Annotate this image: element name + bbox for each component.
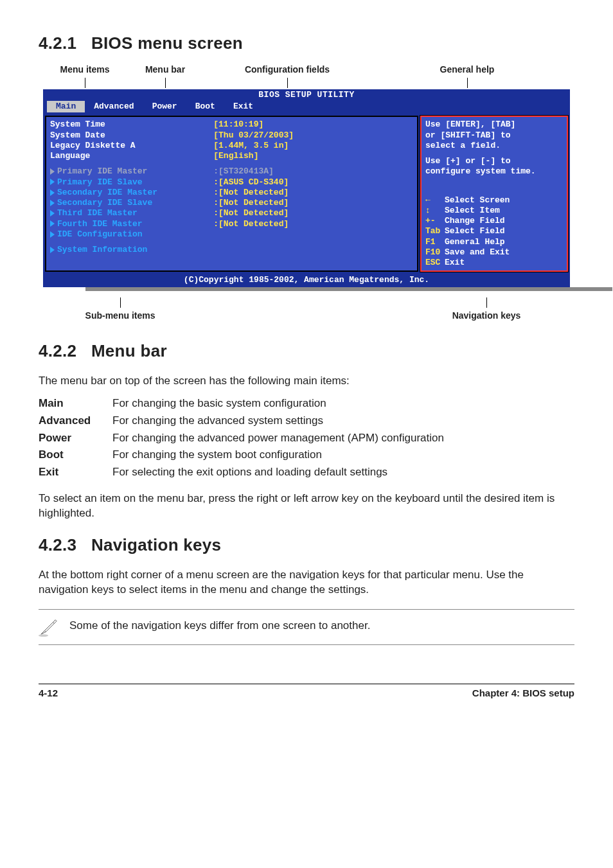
desc-boot: For changing the system boot configurati…	[112, 448, 574, 463]
term-advanced: Advanced	[39, 414, 112, 429]
val-sub1: :[ST320413A]	[213, 166, 413, 177]
help-line4: Use [+] or [-] to	[425, 156, 563, 166]
term-power: Power	[39, 431, 112, 446]
note-row: Some of the navigation keys differ from …	[39, 609, 574, 645]
arrow-updown-icon: ↕	[425, 206, 445, 216]
sub-primary-master[interactable]: Primary IDE Master	[50, 166, 213, 177]
menu-list: MainFor changing the basic system config…	[39, 396, 574, 481]
term-main: Main	[39, 396, 112, 411]
help-line2: or [SHIFT-TAB] to	[425, 130, 563, 141]
key-select-field: Select Field	[445, 226, 505, 236]
tab-exit[interactable]: Exit	[224, 101, 262, 112]
menubar-outro: To select an item on the menu bar, press…	[39, 492, 574, 521]
f1-key-label: F1	[425, 237, 445, 247]
sub-secondary-slave[interactable]: Secondary IDE Slave	[50, 198, 213, 208]
desc-exit: For selecting the exit options and loadi…	[112, 465, 574, 480]
bios-title: BIOS SETUP UTILITY	[43, 89, 570, 101]
val-sub3: :[Not Detected]	[213, 188, 413, 198]
tab-boot[interactable]: Boot	[186, 101, 224, 112]
help-line5: configure system time.	[425, 166, 563, 177]
bios-left-panel: System Time System Date Legacy Diskette …	[45, 116, 418, 272]
desc-power: For changing the advanced power manageme…	[112, 431, 574, 446]
svg-line-2	[53, 623, 55, 624]
footer-chapter: Chapter 4: BIOS setup	[472, 687, 574, 700]
tab-power[interactable]: Power	[143, 101, 186, 112]
section-4-2-3-heading: 4.2.3 Navigation keys	[39, 534, 574, 556]
annot-navkeys: Navigation keys	[452, 310, 521, 321]
section-title: Menu bar	[91, 341, 167, 360]
pencil-icon	[39, 616, 58, 638]
svg-point-3	[39, 634, 48, 637]
val-language[interactable]: [English]	[213, 151, 413, 161]
sub-secondary-master[interactable]: Secondary IDE Master	[50, 188, 213, 198]
section-4-2-1-heading: 4.2.1 BIOS menu screen	[39, 32, 574, 55]
help-line3: select a field.	[425, 141, 563, 151]
page-footer: 4-12 Chapter 4: BIOS setup	[39, 684, 574, 700]
key-change-field: Change Field	[445, 216, 505, 226]
val-sub4: :[Not Detected]	[213, 198, 413, 208]
section-num: 4.2.2	[39, 341, 76, 360]
desc-main: For changing the basic system configurat…	[112, 396, 574, 411]
bios-footer: (C)Copyright 1985-2002, American Megatre…	[43, 274, 570, 287]
arrow-left-icon: ←	[425, 195, 445, 206]
navkeys-para: At the bottom right corner of a menu scr…	[39, 568, 574, 598]
tab-advanced[interactable]: Advanced	[85, 101, 143, 112]
annot-submenu: Sub-menu items	[85, 310, 155, 321]
key-general-help: General Help	[445, 237, 505, 247]
annot-menu-bar: Menu bar	[145, 64, 185, 75]
val-sub2: :[ASUS CD-S340]	[213, 177, 413, 188]
section-num: 4.2.3	[39, 535, 76, 554]
val-system-date[interactable]: [Thu 03/27/2003]	[213, 130, 413, 141]
desc-advanced: For changing the advanced system setting…	[112, 414, 574, 429]
key-select-screen: Select Screen	[445, 195, 510, 205]
sub-system-info[interactable]: System Information	[50, 245, 213, 255]
help-line1: Use [ENTER], [TAB]	[425, 120, 563, 130]
annotation-top-row: Menu items Menu bar Configuration fields…	[43, 64, 570, 88]
tab-key-label: Tab	[425, 226, 445, 236]
tab-main[interactable]: Main	[47, 101, 85, 112]
key-save-exit: Save and Exit	[445, 247, 510, 257]
footer-page-num: 4-12	[39, 687, 58, 700]
sub-ide-config[interactable]: IDE Configuration	[50, 229, 213, 240]
label-system-date: System Date	[50, 130, 213, 141]
svg-line-1	[44, 631, 46, 632]
note-text: Some of the navigation keys differ from …	[69, 616, 574, 633]
label-legacy: Legacy Diskette A	[50, 141, 213, 151]
section-num: 4.2.1	[39, 33, 76, 53]
bios-help-panel: Use [ENTER], [TAB] or [SHIFT-TAB] to sel…	[420, 116, 568, 272]
sub-primary-slave[interactable]: Primary IDE Slave	[50, 177, 213, 188]
section-title: BIOS menu screen	[91, 33, 243, 53]
bios-tabs: Main Advanced Power Boot Exit	[43, 101, 570, 114]
annotation-bottom-row: Sub-menu items Navigation keys	[43, 297, 570, 322]
val-legacy[interactable]: [1.44M, 3.5 in]	[213, 141, 413, 151]
sub-third-master[interactable]: Third IDE Master	[50, 208, 213, 218]
bios-window: BIOS SETUP UTILITY Main Advanced Power B…	[43, 89, 570, 287]
esc-key-label: ESC	[425, 258, 445, 268]
annot-config-fields: Configuration fields	[245, 64, 330, 75]
term-boot: Boot	[39, 448, 112, 463]
section-title: Navigation keys	[91, 535, 221, 554]
label-language: Language	[50, 151, 213, 161]
annot-menu-items: Menu items	[60, 64, 109, 75]
svg-marker-0	[41, 620, 57, 635]
val-system-time[interactable]: [11:10:19]	[213, 120, 413, 130]
key-select-item: Select Item	[445, 206, 500, 215]
val-sub5: :[Not Detected]	[213, 208, 413, 218]
menubar-intro: The menu bar on top of the screen has th…	[39, 374, 574, 389]
val-sub6: :[Not Detected]	[213, 219, 413, 229]
f10-key-label: F10	[425, 247, 445, 258]
key-exit: Exit	[445, 258, 465, 267]
help-keys-block: ←Select Screen ↕Select Item +-Change Fie…	[425, 195, 563, 269]
section-4-2-2-heading: 4.2.2 Menu bar	[39, 340, 574, 362]
annot-general-help: General help	[440, 64, 495, 75]
sub-fourth-master[interactable]: Fourth IDE Master	[50, 219, 213, 229]
term-exit: Exit	[39, 465, 112, 480]
label-system-time: System Time	[50, 120, 213, 130]
plus-minus-icon: +-	[425, 216, 445, 226]
